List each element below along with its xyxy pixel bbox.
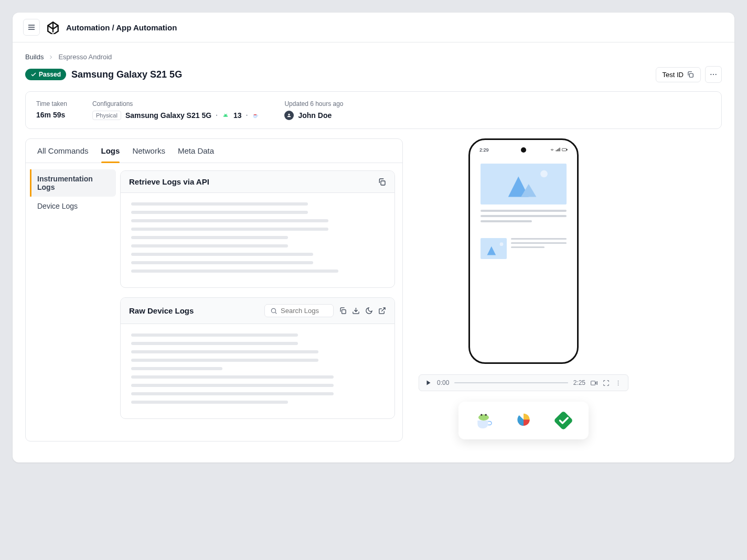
svg-point-27: [618, 384, 619, 385]
updated-user: John Doe: [298, 111, 332, 120]
menu-icon: [27, 23, 36, 31]
physical-chip: Physical: [92, 111, 121, 120]
svg-point-29: [481, 414, 482, 416]
svg-point-23: [500, 242, 504, 246]
retrieve-logs-panel: Retrieve Logs via API: [120, 170, 395, 288]
time-taken-label: Time taken: [36, 100, 67, 107]
raw-logs-content: [121, 324, 394, 418]
preview-image: [481, 164, 567, 204]
android-icon: [222, 112, 229, 119]
signal-icon: [556, 147, 560, 152]
svg-point-30: [485, 414, 487, 416]
espresso-framework-icon: [473, 410, 494, 431]
svg-rect-18: [567, 149, 567, 150]
player-total-time: 2:25: [573, 379, 585, 386]
player-track[interactable]: [454, 382, 568, 383]
copy-icon: [687, 71, 694, 78]
svg-rect-17: [562, 148, 566, 151]
video-player[interactable]: 0:00 2:25: [419, 374, 628, 391]
svg-rect-14: [557, 149, 558, 152]
svg-point-21: [540, 170, 548, 178]
svg-marker-22: [487, 246, 496, 255]
svg-rect-15: [559, 148, 559, 151]
breadcrumb-builds[interactable]: Builds: [25, 53, 44, 61]
tab-logs[interactable]: Logs: [101, 146, 120, 163]
hamburger-menu[interactable]: [23, 19, 40, 36]
svg-point-26: [618, 382, 619, 383]
info-card: Time taken 16m 59s Configurations Physic…: [25, 91, 722, 129]
status-badge: Passed: [25, 69, 66, 80]
updated-label: Updated 6 hours ago: [284, 100, 343, 107]
config-device: Samsung Galaxy S21 5G: [125, 111, 211, 120]
svg-point-28: [478, 414, 489, 421]
retrieve-logs-content: [121, 193, 394, 287]
breadcrumb-current: Espresso Android: [58, 53, 112, 61]
search-icon: [270, 307, 278, 315]
external-link-icon[interactable]: [378, 307, 386, 315]
play-icon[interactable]: [425, 380, 432, 386]
svg-rect-9: [381, 181, 385, 185]
app-logo: [46, 20, 60, 34]
device-preview: 2:29: [468, 138, 579, 364]
svg-rect-31: [553, 411, 573, 430]
raw-device-logs-panel: Raw Device Logs: [120, 297, 395, 419]
svg-point-8: [289, 114, 290, 115]
time-taken-value: 16m 59s: [36, 111, 67, 119]
phone-time: 2:29: [479, 147, 489, 153]
moon-icon[interactable]: [365, 307, 373, 315]
more-horizontal-icon: [709, 70, 718, 79]
svg-point-5: [713, 74, 714, 75]
config-os-version: 13: [233, 111, 242, 120]
svg-line-11: [275, 312, 277, 314]
svg-rect-12: [342, 310, 346, 314]
configurations-label: Configurations: [92, 100, 260, 107]
avatar: [284, 111, 294, 120]
svg-point-10: [271, 308, 275, 313]
tab-bar: All Commands Logs Networks Meta Data: [26, 139, 402, 163]
passed-framework-icon: [553, 410, 574, 431]
search-logs-input[interactable]: [264, 304, 334, 317]
svg-point-25: [618, 380, 619, 381]
sidebar-item-instrumentation[interactable]: Instrumentation Logs: [30, 169, 116, 197]
svg-rect-3: [689, 73, 693, 77]
chevron-right-icon: [48, 54, 54, 60]
player-current-time: 0:00: [437, 379, 449, 386]
espresso-icon: [252, 112, 259, 119]
breadcrumb: Builds Espresso Android: [25, 53, 722, 61]
fullscreen-icon[interactable]: [603, 380, 610, 386]
check-icon: [30, 71, 37, 78]
retrieve-logs-title: Retrieve Logs via API: [129, 177, 209, 186]
svg-point-6: [716, 74, 717, 75]
page-title: Samsung Galaxy S21 5G: [71, 69, 182, 80]
wifi-icon: [550, 147, 554, 152]
raw-logs-title: Raw Device Logs: [129, 306, 194, 315]
svg-rect-13: [556, 150, 557, 151]
sidebar-item-device-logs[interactable]: Device Logs: [30, 197, 116, 216]
appium-framework-icon: [513, 410, 534, 431]
svg-marker-24: [427, 381, 431, 385]
test-id-button[interactable]: Test ID: [656, 67, 701, 82]
svg-point-4: [710, 74, 711, 75]
tab-meta-data[interactable]: Meta Data: [178, 146, 214, 163]
camera-icon[interactable]: [591, 380, 597, 386]
battery-icon: [562, 147, 568, 152]
tab-all-commands[interactable]: All Commands: [37, 146, 89, 163]
svg-rect-16: [560, 148, 560, 152]
copy-icon[interactable]: [339, 307, 347, 315]
phone-status-icons: [550, 147, 568, 153]
download-icon[interactable]: [352, 307, 360, 315]
user-icon: [286, 113, 292, 118]
preview-thumbnail: [481, 238, 507, 259]
header-breadcrumb: Automation / App Automation: [66, 23, 177, 32]
tab-networks[interactable]: Networks: [132, 146, 165, 163]
copy-icon[interactable]: [378, 178, 386, 186]
more-vertical-icon[interactable]: [615, 380, 622, 386]
framework-badges: [458, 402, 589, 439]
more-button[interactable]: [705, 66, 722, 83]
svg-point-7: [254, 114, 257, 115]
